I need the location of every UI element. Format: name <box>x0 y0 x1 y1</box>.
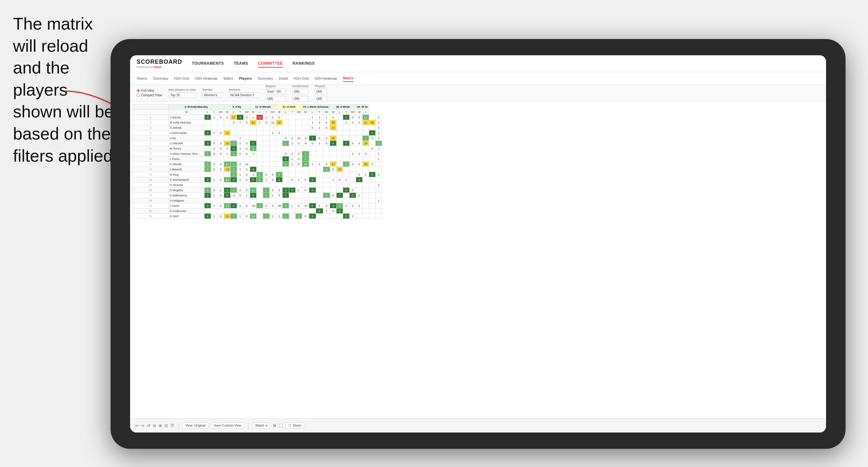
player-name[interactable]: A Dy <box>169 135 205 141</box>
matrix-cell <box>369 209 376 214</box>
timer-icon[interactable]: ⏱ <box>170 424 174 428</box>
region-select[interactable]: East - DII <box>266 89 286 94</box>
division-filter: Division NCAA Division II <box>229 88 259 98</box>
full-view-radio[interactable] <box>136 89 140 92</box>
conference-select[interactable]: (All) <box>292 89 309 94</box>
matrix-cell <box>230 182 237 188</box>
col-header-7: 60. W Za <box>356 104 369 110</box>
nav-tournaments[interactable]: TOURNAMENTS <box>192 60 224 68</box>
player-name[interactable]: O Mitchell <box>169 141 205 146</box>
matrix-cell <box>270 198 276 203</box>
subnav-summary2[interactable]: Summary <box>257 75 273 82</box>
region-sub-select[interactable]: (All) <box>266 96 286 101</box>
matrix-cell: 1 <box>289 156 296 162</box>
player-name[interactable]: A Nomrowski <box>169 130 205 135</box>
matrix-cell: 1 <box>350 151 356 156</box>
matrix-cell <box>343 135 350 141</box>
subnav-h2hheatmap[interactable]: H2H Heatmap <box>195 75 218 82</box>
matrix-cell <box>343 125 350 130</box>
matrix-table: 2. M Kelly Mulcahy 6. A Dy 11. G Woods 2… <box>133 104 382 219</box>
nav-committee[interactable]: COMMITTEE <box>258 60 283 68</box>
matrix-cell: 0 <box>244 177 250 182</box>
player-name[interactable]: A Bianchi <box>169 167 205 172</box>
matrix-cell: 0 <box>270 188 276 193</box>
nav-rankings[interactable]: RANKINGS <box>293 60 315 68</box>
matrix-cell <box>205 125 211 130</box>
matrix-cell <box>376 214 382 219</box>
view-compact-option[interactable]: Compact View <box>136 93 162 97</box>
matrix-cell <box>257 135 263 141</box>
matrix-cell: 0 <box>263 120 270 125</box>
player-name[interactable]: N Klug <box>169 172 205 177</box>
subnav-detail[interactable]: Detail <box>279 75 288 82</box>
matrix-cell: 0 <box>289 177 296 182</box>
player-name[interactable]: J Karrh <box>169 203 205 209</box>
matrix-cell: 1 <box>343 177 350 182</box>
matrix-cell <box>289 167 296 172</box>
matrix-cell <box>257 125 263 130</box>
view-full-option[interactable]: Full View <box>136 89 162 92</box>
matrix-cell: 1 <box>309 120 316 125</box>
matrix-cell: 1 <box>257 120 263 125</box>
reset-icon[interactable]: ↺ <box>147 424 150 428</box>
matrix-cell: -11 <box>257 115 263 120</box>
expand-icon[interactable]: ⛶ <box>279 424 283 428</box>
share-btn[interactable]: ⬡ Share <box>285 423 304 429</box>
player-name[interactable]: D Ballesteros <box>169 193 205 198</box>
player-name[interactable]: H Stranda <box>169 182 205 188</box>
sh-t2: T <box>237 110 244 115</box>
player-name[interactable]: S Jelinek <box>169 125 205 130</box>
subnav-h2hgrid[interactable]: H2H Grid <box>174 75 189 82</box>
player-name[interactable]: O Stoll <box>169 214 205 219</box>
nav-teams[interactable]: TEAMS <box>234 60 248 68</box>
subnav-teams[interactable]: Teams <box>136 75 147 82</box>
matrix-cell: 0 <box>263 172 270 177</box>
main-content[interactable]: 2. M Kelly Mulcahy 6. A Dy 11. G Woods 2… <box>130 101 826 418</box>
matrix-cell: 3 <box>205 141 211 146</box>
subnav-h2hgrid2[interactable]: H2H Grid <box>294 75 309 82</box>
matrix-cell <box>369 177 376 182</box>
matrix-cell: 0 <box>270 203 276 209</box>
matrix-cell <box>296 167 302 172</box>
conference-sub-select[interactable]: (All) <box>292 96 309 101</box>
save-custom-btn[interactable]: Save Custom View <box>211 423 244 429</box>
redo-icon[interactable]: ↪ <box>141 424 145 428</box>
undo-icon[interactable]: ↩ <box>135 424 138 428</box>
fit-icon[interactable]: ⊡ <box>164 424 168 428</box>
matrix-cell <box>211 125 218 130</box>
settings-icon[interactable]: ⚙ <box>273 424 276 428</box>
matrix-cell: 14 <box>244 162 250 167</box>
player-name[interactable]: E Andersson <box>169 209 205 214</box>
view-original-btn[interactable]: View: Original <box>182 423 209 429</box>
subnav-h2hheatmap2[interactable]: H2H Heatmap <box>314 75 337 82</box>
row-number: 8. <box>133 146 169 151</box>
zoom-out-icon[interactable]: ⊖ <box>153 424 156 428</box>
subnav-matrix[interactable]: Matrix <box>223 75 233 82</box>
subnav-summary[interactable]: Summary <box>153 75 168 82</box>
player-name[interactable]: X Mcgaha <box>169 188 205 193</box>
matrix-cell: 4 <box>369 162 376 167</box>
subnav-matrix2[interactable]: Matrix <box>343 75 353 82</box>
zoom-in-icon[interactable]: ⊕ <box>159 424 162 428</box>
gender-select[interactable]: Women's <box>202 92 222 98</box>
player-name[interactable]: A Hodgson <box>169 198 205 203</box>
player-name[interactable]: A Maria Jimenez Rios <box>169 151 205 156</box>
matrix-cell: 0 <box>211 141 218 146</box>
player-name[interactable]: M Torres <box>169 146 205 151</box>
player-name[interactable]: M Kelly Mulcahy <box>169 120 205 125</box>
matrix-cell <box>369 115 376 120</box>
matrix-container: 2. M Kelly Mulcahy 6. A Dy 11. G Woods 2… <box>130 101 826 221</box>
players-select[interactable]: (All) <box>315 89 327 94</box>
players-sub-select[interactable]: (All) <box>315 96 327 101</box>
max-players-select[interactable]: Top 25 <box>168 92 196 98</box>
player-name[interactable]: L Perini <box>169 156 205 162</box>
player-name[interactable]: S Srichantamit <box>169 177 205 182</box>
player-name[interactable]: J Garcia <box>169 115 205 120</box>
col-header-3: 11. G Woods <box>250 104 276 110</box>
subnav-players[interactable]: Players <box>239 75 252 82</box>
division-select[interactable]: NCAA Division II <box>229 92 259 98</box>
compact-view-radio[interactable] <box>136 94 140 97</box>
watch-btn[interactable]: Watch ▾ <box>252 423 270 429</box>
player-name[interactable]: G Woods <box>169 162 205 167</box>
matrix-cell: 4 <box>316 162 323 167</box>
